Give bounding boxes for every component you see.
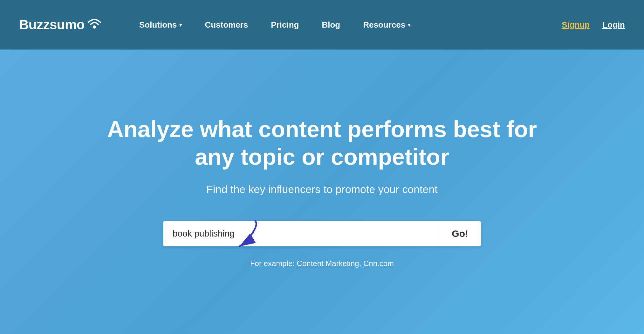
arrow-annotation	[227, 218, 265, 257]
nav-item-solutions[interactable]: Solutions ▾	[128, 20, 193, 30]
signup-link[interactable]: Signup	[562, 20, 590, 30]
logo-wifi-icon	[86, 17, 102, 30]
logo[interactable]: Buzzsumo	[19, 17, 102, 32]
login-link[interactable]: Login	[602, 20, 625, 30]
search-box: Go!	[163, 221, 481, 246]
nav-item-pricing[interactable]: Pricing	[259, 20, 310, 30]
chevron-down-icon: ▾	[408, 22, 410, 28]
arrow-icon	[227, 218, 265, 256]
hero-subtitle: Find the key influencers to promote your…	[206, 183, 438, 196]
examples-prefix: For example:	[250, 259, 295, 268]
header: Buzzsumo Solutions ▾ Customers Pricing B…	[0, 0, 644, 50]
svg-point-0	[93, 25, 96, 29]
main-nav: Solutions ▾ Customers Pricing Blog Resou…	[128, 20, 562, 30]
example-link-cnn[interactable]: Cnn.com	[363, 259, 394, 268]
logo-text: Buzzsumo	[19, 17, 85, 32]
nav-item-blog[interactable]: Blog	[310, 20, 352, 30]
chevron-down-icon: ▾	[179, 22, 182, 28]
hero-title: Analyze what content performs best for a…	[99, 116, 545, 170]
nav-item-customers[interactable]: Customers	[193, 20, 259, 30]
search-examples: For example: Content Marketing, Cnn.com	[250, 259, 394, 268]
search-button[interactable]: Go!	[439, 221, 481, 246]
hero-section: Analyze what content performs best for a…	[0, 50, 644, 334]
nav-item-resources[interactable]: Resources ▾	[352, 20, 422, 30]
search-input[interactable]	[163, 221, 439, 246]
example-separator: ,	[359, 259, 361, 268]
auth-nav: Signup Login	[562, 20, 625, 30]
example-link-content-marketing[interactable]: Content Marketing	[297, 259, 359, 268]
search-container: Go!	[163, 221, 481, 246]
